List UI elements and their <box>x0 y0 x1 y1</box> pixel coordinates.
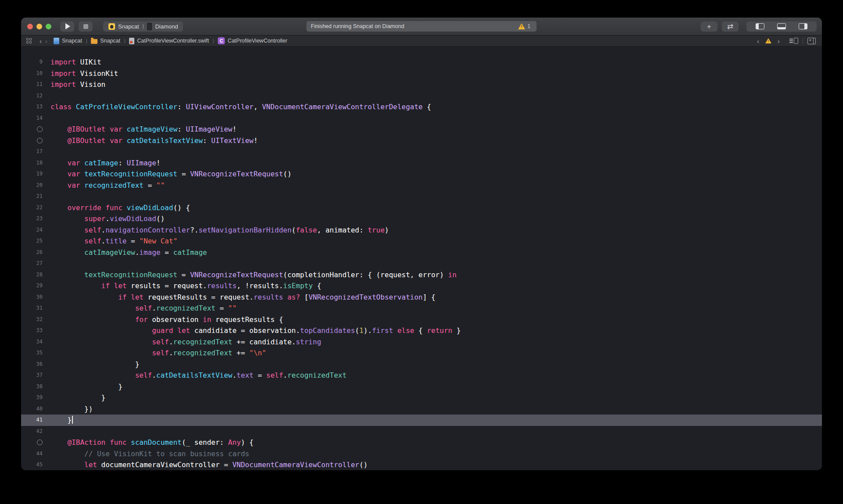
code-line[interactable]: @IBOutlet var catDetailsTextView: UIText… <box>21 135 822 147</box>
code-line[interactable]: 44 // Use VisionKit to scan business car… <box>21 448 822 460</box>
code-line[interactable]: 29 if let results = request.results, !re… <box>21 280 822 292</box>
toggle-navigator-button[interactable] <box>756 23 764 29</box>
line-number[interactable]: 27 <box>21 258 43 269</box>
connection-circle-icon[interactable] <box>37 440 43 445</box>
toggle-inspectors-button[interactable] <box>799 23 807 29</box>
line-number[interactable]: 44 <box>21 448 43 460</box>
code-line[interactable]: 34 self.recognizedText += candidiate.str… <box>21 336 822 348</box>
connection-circle-icon[interactable] <box>37 126 43 132</box>
code-line[interactable]: 14 <box>21 113 822 124</box>
line-number[interactable]: 30 <box>21 292 43 303</box>
code-line[interactable]: 12 <box>21 90 822 102</box>
line-number[interactable]: 41 <box>21 415 43 426</box>
code-line[interactable]: 13class CatProfileViewController: UIView… <box>21 101 822 113</box>
code-line[interactable]: 27 <box>21 258 822 269</box>
stop-button[interactable] <box>79 21 93 32</box>
line-number[interactable]: 11 <box>21 79 43 90</box>
code-line[interactable]: 19 var textRecognitionRequest = VNRecogn… <box>21 168 822 180</box>
code-line[interactable]: 9import UIKit <box>21 57 822 68</box>
line-number[interactable]: 21 <box>21 191 43 202</box>
code-line[interactable]: 17 <box>21 146 822 157</box>
add-editor-icon[interactable] <box>807 38 816 44</box>
line-number[interactable]: 37 <box>21 370 43 381</box>
next-issue-button[interactable]: › <box>776 38 782 44</box>
outlet-connection-well[interactable] <box>21 138 43 143</box>
line-number[interactable]: 25 <box>21 236 43 247</box>
issue-warning-icon[interactable] <box>765 38 771 43</box>
line-number[interactable]: 9 <box>21 57 43 68</box>
line-number[interactable]: 39 <box>21 392 43 404</box>
code-line[interactable]: 23 super.viewDidLoad() <box>21 213 822 225</box>
outlet-connection-well[interactable] <box>21 126 43 132</box>
code-line[interactable]: 24 self.navigationController?.setNavigat… <box>21 225 822 236</box>
code-line[interactable]: 37 self.catDetailsTextView.text = self.r… <box>21 370 822 381</box>
code-line[interactable]: @IBAction func scanDocument(_ sender: An… <box>21 437 822 448</box>
outlet-connection-well[interactable] <box>21 440 43 445</box>
line-number[interactable]: 22 <box>21 202 43 214</box>
scheme-selector[interactable]: Snapcat ⟩ Diamond <box>103 21 183 32</box>
line-number[interactable]: 19 <box>21 168 43 180</box>
line-number[interactable]: 20 <box>21 180 43 191</box>
breadcrumb-item[interactable]: Snapcat <box>91 38 120 44</box>
go-forward-button[interactable]: › <box>43 38 49 44</box>
line-number[interactable]: 24 <box>21 225 43 236</box>
zoom-window-button[interactable] <box>46 24 51 29</box>
line-number[interactable]: 31 <box>21 303 43 314</box>
code-line[interactable]: 31 self.recognizedText = "" <box>21 303 822 314</box>
code-line[interactable]: 39 } <box>21 392 822 404</box>
library-add-button[interactable]: + <box>701 21 717 32</box>
line-number[interactable]: 32 <box>21 314 43 325</box>
close-window-button[interactable] <box>27 24 33 29</box>
line-number[interactable]: 33 <box>21 325 43 336</box>
breadcrumb-item[interactable]: CatProfileViewController.swift <box>129 38 209 44</box>
line-number[interactable]: 45 <box>21 459 43 470</box>
line-number[interactable]: 26 <box>21 247 43 258</box>
previous-issue-button[interactable]: ‹ <box>755 38 761 44</box>
code-line[interactable]: 26 catImageView.image = catImage <box>21 247 822 258</box>
code-editor[interactable]: 9import UIKit10import VisionKit11import … <box>21 46 822 470</box>
line-number[interactable]: 40 <box>21 404 43 415</box>
line-number[interactable]: 17 <box>21 146 43 157</box>
toggle-debug-area-button[interactable] <box>777 23 786 29</box>
code-line[interactable]: 22 override func viewDidLoad() { <box>21 202 822 214</box>
code-line[interactable]: 36 } <box>21 359 822 370</box>
line-number[interactable]: 38 <box>21 381 43 393</box>
code-line[interactable]: 32 for observation in requestResults { <box>21 314 822 325</box>
line-number[interactable]: 35 <box>21 347 43 359</box>
line-number[interactable]: 23 <box>21 213 43 225</box>
line-number[interactable]: 18 <box>21 157 43 169</box>
code-line[interactable]: 33 guard let candidiate = observation.to… <box>21 325 822 336</box>
breadcrumb-item[interactable]: CCatProfileViewController <box>218 37 287 44</box>
line-number[interactable]: 34 <box>21 336 43 348</box>
code-line[interactable]: @IBOutlet var catImageView: UIImageView! <box>21 124 822 135</box>
code-review-button[interactable]: ⇄ <box>722 21 739 32</box>
code-line[interactable]: 20 var recognizedText = "" <box>21 180 822 191</box>
code-line[interactable]: 25 self.title = "New Cat" <box>21 236 822 247</box>
line-number[interactable]: 14 <box>21 113 43 124</box>
code-line[interactable]: 30 if let requestResults = request.resul… <box>21 292 822 303</box>
line-number[interactable]: 36 <box>21 359 43 370</box>
line-number[interactable]: 13 <box>21 101 43 113</box>
code-line[interactable]: 41 } <box>21 415 822 426</box>
go-back-button[interactable]: ‹ <box>38 38 43 44</box>
code-line[interactable]: 45 let documentCameraViewController = VN… <box>21 459 822 470</box>
code-line[interactable]: 40 }) <box>21 404 822 415</box>
code-line[interactable]: 10import VisionKit <box>21 68 822 79</box>
line-number[interactable]: 42 <box>21 426 43 437</box>
breadcrumb-item[interactable]: Snapcat <box>54 38 82 44</box>
editor-options-icon[interactable] <box>789 38 798 44</box>
code-line[interactable]: 18 var catImage: UIImage! <box>21 157 822 169</box>
code-line[interactable]: 35 self.recognizedText += "\n" <box>21 347 822 359</box>
related-items-icon[interactable] <box>26 38 32 43</box>
code-line[interactable]: 28 textRecognitionRequest = VNRecognizeT… <box>21 269 822 281</box>
line-number[interactable]: 28 <box>21 269 43 281</box>
minimize-window-button[interactable] <box>36 24 42 29</box>
warning-count[interactable]: 1 <box>527 23 530 29</box>
code-line[interactable]: 42 <box>21 426 822 437</box>
connection-circle-icon[interactable] <box>37 138 43 143</box>
line-number[interactable]: 12 <box>21 90 43 102</box>
line-number[interactable]: 29 <box>21 280 43 292</box>
code-line[interactable]: 38 } <box>21 381 822 393</box>
run-button[interactable] <box>60 21 74 32</box>
code-line[interactable]: 11import Vision <box>21 79 822 90</box>
